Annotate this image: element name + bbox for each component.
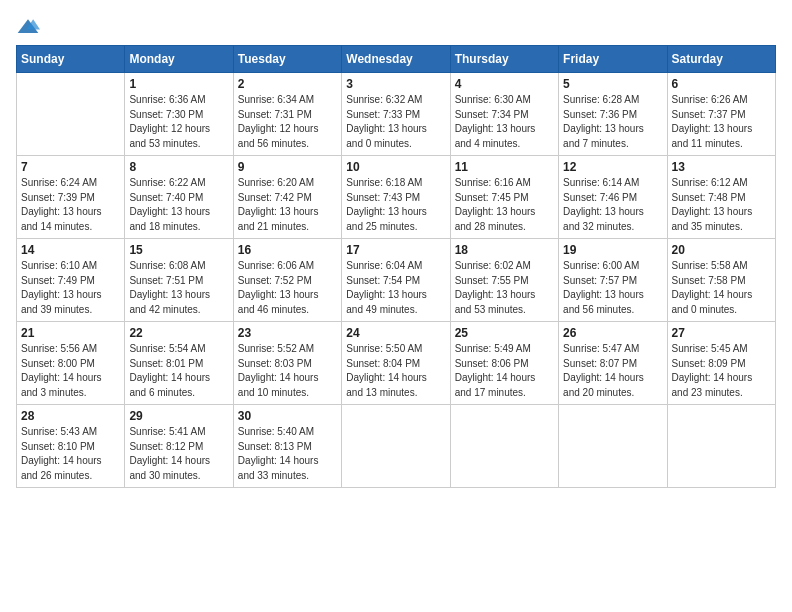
day-info: Sunrise: 6:06 AM Sunset: 7:52 PM Dayligh…: [238, 259, 337, 317]
day-number: 1: [129, 77, 228, 91]
day-info: Sunrise: 6:00 AM Sunset: 7:57 PM Dayligh…: [563, 259, 662, 317]
calendar-cell: 12Sunrise: 6:14 AM Sunset: 7:46 PM Dayli…: [559, 156, 667, 239]
day-number: 17: [346, 243, 445, 257]
day-info: Sunrise: 6:12 AM Sunset: 7:48 PM Dayligh…: [672, 176, 771, 234]
weekday-header-monday: Monday: [125, 46, 233, 73]
calendar-cell: 26Sunrise: 5:47 AM Sunset: 8:07 PM Dayli…: [559, 322, 667, 405]
day-info: Sunrise: 6:18 AM Sunset: 7:43 PM Dayligh…: [346, 176, 445, 234]
calendar-cell: 13Sunrise: 6:12 AM Sunset: 7:48 PM Dayli…: [667, 156, 775, 239]
day-number: 13: [672, 160, 771, 174]
day-number: 18: [455, 243, 554, 257]
day-number: 26: [563, 326, 662, 340]
day-info: Sunrise: 6:04 AM Sunset: 7:54 PM Dayligh…: [346, 259, 445, 317]
day-info: Sunrise: 5:56 AM Sunset: 8:00 PM Dayligh…: [21, 342, 120, 400]
weekday-header-tuesday: Tuesday: [233, 46, 341, 73]
day-number: 30: [238, 409, 337, 423]
calendar-cell: 5Sunrise: 6:28 AM Sunset: 7:36 PM Daylig…: [559, 73, 667, 156]
calendar-cell: 7Sunrise: 6:24 AM Sunset: 7:39 PM Daylig…: [17, 156, 125, 239]
day-number: 25: [455, 326, 554, 340]
calendar-cell: 27Sunrise: 5:45 AM Sunset: 8:09 PM Dayli…: [667, 322, 775, 405]
day-info: Sunrise: 5:52 AM Sunset: 8:03 PM Dayligh…: [238, 342, 337, 400]
day-number: 4: [455, 77, 554, 91]
calendar-cell: 19Sunrise: 6:00 AM Sunset: 7:57 PM Dayli…: [559, 239, 667, 322]
weekday-header-wednesday: Wednesday: [342, 46, 450, 73]
day-info: Sunrise: 6:34 AM Sunset: 7:31 PM Dayligh…: [238, 93, 337, 151]
calendar-cell: 20Sunrise: 5:58 AM Sunset: 7:58 PM Dayli…: [667, 239, 775, 322]
calendar-cell: 22Sunrise: 5:54 AM Sunset: 8:01 PM Dayli…: [125, 322, 233, 405]
day-number: 3: [346, 77, 445, 91]
calendar-cell: 11Sunrise: 6:16 AM Sunset: 7:45 PM Dayli…: [450, 156, 558, 239]
day-info: Sunrise: 6:24 AM Sunset: 7:39 PM Dayligh…: [21, 176, 120, 234]
day-info: Sunrise: 5:47 AM Sunset: 8:07 PM Dayligh…: [563, 342, 662, 400]
calendar-cell: 28Sunrise: 5:43 AM Sunset: 8:10 PM Dayli…: [17, 405, 125, 488]
day-number: 28: [21, 409, 120, 423]
day-number: 6: [672, 77, 771, 91]
calendar-cell: 24Sunrise: 5:50 AM Sunset: 8:04 PM Dayli…: [342, 322, 450, 405]
day-number: 5: [563, 77, 662, 91]
day-number: 12: [563, 160, 662, 174]
weekday-header-friday: Friday: [559, 46, 667, 73]
day-info: Sunrise: 6:02 AM Sunset: 7:55 PM Dayligh…: [455, 259, 554, 317]
day-info: Sunrise: 5:45 AM Sunset: 8:09 PM Dayligh…: [672, 342, 771, 400]
day-info: Sunrise: 5:40 AM Sunset: 8:13 PM Dayligh…: [238, 425, 337, 483]
calendar-cell: 1Sunrise: 6:36 AM Sunset: 7:30 PM Daylig…: [125, 73, 233, 156]
calendar-week-row: 28Sunrise: 5:43 AM Sunset: 8:10 PM Dayli…: [17, 405, 776, 488]
day-number: 9: [238, 160, 337, 174]
day-info: Sunrise: 5:41 AM Sunset: 8:12 PM Dayligh…: [129, 425, 228, 483]
calendar-cell: 6Sunrise: 6:26 AM Sunset: 7:37 PM Daylig…: [667, 73, 775, 156]
calendar-cell: 14Sunrise: 6:10 AM Sunset: 7:49 PM Dayli…: [17, 239, 125, 322]
calendar-cell: 3Sunrise: 6:32 AM Sunset: 7:33 PM Daylig…: [342, 73, 450, 156]
day-number: 24: [346, 326, 445, 340]
calendar-cell: 8Sunrise: 6:22 AM Sunset: 7:40 PM Daylig…: [125, 156, 233, 239]
day-info: Sunrise: 6:28 AM Sunset: 7:36 PM Dayligh…: [563, 93, 662, 151]
calendar-cell: 23Sunrise: 5:52 AM Sunset: 8:03 PM Dayli…: [233, 322, 341, 405]
weekday-header-row: SundayMondayTuesdayWednesdayThursdayFrid…: [17, 46, 776, 73]
day-number: 14: [21, 243, 120, 257]
logo: [16, 16, 44, 37]
day-number: 27: [672, 326, 771, 340]
weekday-header-thursday: Thursday: [450, 46, 558, 73]
day-number: 15: [129, 243, 228, 257]
calendar-cell: 21Sunrise: 5:56 AM Sunset: 8:00 PM Dayli…: [17, 322, 125, 405]
day-number: 10: [346, 160, 445, 174]
calendar-cell: [450, 405, 558, 488]
day-info: Sunrise: 6:20 AM Sunset: 7:42 PM Dayligh…: [238, 176, 337, 234]
calendar-cell: [342, 405, 450, 488]
day-number: 21: [21, 326, 120, 340]
day-info: Sunrise: 5:49 AM Sunset: 8:06 PM Dayligh…: [455, 342, 554, 400]
calendar-cell: 29Sunrise: 5:41 AM Sunset: 8:12 PM Dayli…: [125, 405, 233, 488]
day-info: Sunrise: 6:32 AM Sunset: 7:33 PM Dayligh…: [346, 93, 445, 151]
day-number: 7: [21, 160, 120, 174]
calendar-week-row: 7Sunrise: 6:24 AM Sunset: 7:39 PM Daylig…: [17, 156, 776, 239]
day-info: Sunrise: 6:22 AM Sunset: 7:40 PM Dayligh…: [129, 176, 228, 234]
calendar-cell: [559, 405, 667, 488]
day-number: 20: [672, 243, 771, 257]
calendar-cell: [17, 73, 125, 156]
logo-icon: [16, 17, 40, 37]
calendar-cell: 4Sunrise: 6:30 AM Sunset: 7:34 PM Daylig…: [450, 73, 558, 156]
calendar-cell: [667, 405, 775, 488]
calendar-cell: 15Sunrise: 6:08 AM Sunset: 7:51 PM Dayli…: [125, 239, 233, 322]
day-info: Sunrise: 5:50 AM Sunset: 8:04 PM Dayligh…: [346, 342, 445, 400]
day-info: Sunrise: 6:30 AM Sunset: 7:34 PM Dayligh…: [455, 93, 554, 151]
day-info: Sunrise: 6:16 AM Sunset: 7:45 PM Dayligh…: [455, 176, 554, 234]
day-info: Sunrise: 5:54 AM Sunset: 8:01 PM Dayligh…: [129, 342, 228, 400]
day-number: 8: [129, 160, 228, 174]
day-number: 19: [563, 243, 662, 257]
calendar-cell: 2Sunrise: 6:34 AM Sunset: 7:31 PM Daylig…: [233, 73, 341, 156]
calendar-week-row: 14Sunrise: 6:10 AM Sunset: 7:49 PM Dayli…: [17, 239, 776, 322]
calendar-table: SundayMondayTuesdayWednesdayThursdayFrid…: [16, 45, 776, 488]
day-info: Sunrise: 6:36 AM Sunset: 7:30 PM Dayligh…: [129, 93, 228, 151]
day-info: Sunrise: 6:10 AM Sunset: 7:49 PM Dayligh…: [21, 259, 120, 317]
day-number: 11: [455, 160, 554, 174]
page-header: [16, 16, 776, 37]
calendar-cell: 18Sunrise: 6:02 AM Sunset: 7:55 PM Dayli…: [450, 239, 558, 322]
day-number: 23: [238, 326, 337, 340]
day-info: Sunrise: 5:58 AM Sunset: 7:58 PM Dayligh…: [672, 259, 771, 317]
day-number: 29: [129, 409, 228, 423]
calendar-cell: 9Sunrise: 6:20 AM Sunset: 7:42 PM Daylig…: [233, 156, 341, 239]
day-number: 22: [129, 326, 228, 340]
calendar-cell: 17Sunrise: 6:04 AM Sunset: 7:54 PM Dayli…: [342, 239, 450, 322]
calendar-cell: 30Sunrise: 5:40 AM Sunset: 8:13 PM Dayli…: [233, 405, 341, 488]
calendar-week-row: 1Sunrise: 6:36 AM Sunset: 7:30 PM Daylig…: [17, 73, 776, 156]
